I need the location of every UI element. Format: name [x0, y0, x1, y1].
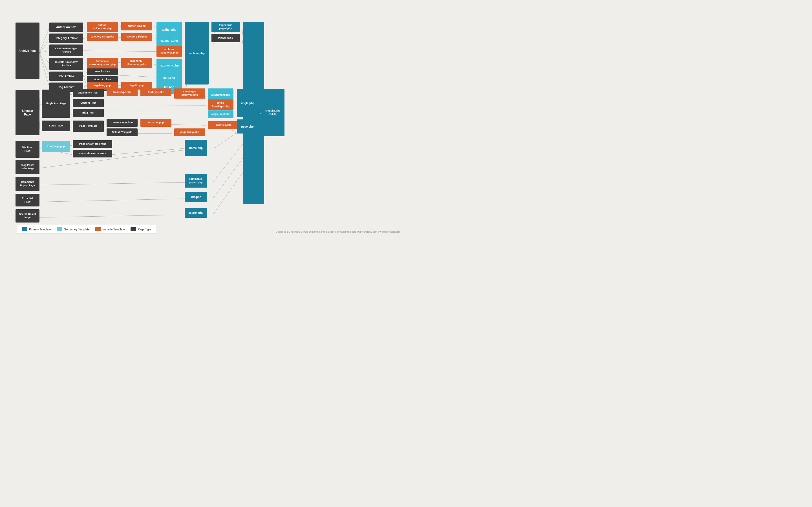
category-id-node: category-$id.php — [121, 33, 152, 41]
svg-line-72 — [40, 215, 190, 217]
svg-line-13 — [83, 51, 161, 52]
single-post-php-node: single-post.php — [208, 110, 234, 118]
year-archive-node: Year Archive — [87, 68, 118, 75]
diagram-container: Archive Page Author Archive Category Arc… — [0, 0, 406, 239]
taxonomy-php-node: taxonomy.php — [156, 59, 182, 72]
attachment-post-node: Attachment Post — [73, 89, 104, 97]
svg-line-71 — [40, 199, 190, 202]
archive-php-node: archive.php — [185, 22, 209, 84]
svg-line-54 — [169, 124, 206, 125]
singular-page-node: SingularPage — [15, 90, 40, 135]
svg-line-69 — [213, 169, 245, 215]
taxonomy-term-node: taxonomy-$taxonomy-$term.php — [87, 58, 118, 68]
default-template-node: Default Template — [107, 128, 138, 136]
comments-popup-php-node: comments-popup.php — [185, 174, 207, 187]
subtype-php-node: $subtype.php — [140, 89, 171, 96]
legend-secondary-label: Secondary Template — [64, 228, 90, 231]
svg-line-4 — [40, 53, 49, 63]
posts-shown-on-front-node: Posts Shown On Front — [73, 150, 112, 158]
svg-line-57 — [231, 129, 237, 133]
author-nicename-node: author-$nicename.php — [87, 22, 118, 32]
svg-line-5 — [40, 53, 49, 75]
comments-popup-page-node: CommentsPopup Page — [15, 177, 40, 191]
archive-page-node: Archive Page — [15, 22, 40, 79]
legend-primary-swatch — [22, 227, 28, 231]
legend: Primary Template Secondary Template Vari… — [17, 225, 156, 234]
legend-variable: Variable Template — [95, 227, 125, 231]
custom-post-type-archive-node: Custom Post Type Archive — [49, 45, 83, 56]
custom-php-node: $custom.php — [140, 119, 171, 127]
home-php-node: home.php — [185, 140, 207, 156]
static-page-node: Static Page — [42, 121, 70, 131]
legend-page-type: Page Type — [131, 227, 151, 231]
page-shown-on-front-node: Page Shown On Front — [73, 140, 112, 148]
svg-line-70 — [40, 182, 190, 185]
error-404-page-node: Error 404Page — [15, 194, 40, 207]
svg-line-67 — [213, 141, 245, 182]
paged-true-node: Paged:truepaged.php — [211, 22, 240, 32]
page-id-php-node: page-$id.php — [208, 121, 239, 129]
svg-line-3 — [40, 51, 49, 53]
archive-posttype-node: archive-$posttype.php — [156, 46, 182, 57]
blog-post-node: Blog Post — [73, 109, 104, 117]
site-front-page-node: Site FrontPage — [15, 141, 40, 158]
author-id-node: author-$id.php — [121, 22, 152, 31]
svg-line-20 — [118, 75, 161, 77]
search-php-node: search.php — [185, 208, 207, 218]
legend-page-type-label: Page Type — [138, 228, 151, 231]
legend-page-type-swatch — [131, 227, 136, 231]
legend-secondary: Secondary Template — [57, 227, 90, 231]
legend-secondary-swatch — [57, 227, 62, 231]
author-archive-node: Author Archive — [49, 22, 83, 32]
category-archive-node: Category Archive — [49, 34, 83, 43]
single-post-page-node: Single Post Page — [42, 90, 70, 118]
mimetype-subtype-php-node: $mimetype$subtype.php — [174, 89, 205, 99]
front-page-php-node: front-page.php — [42, 141, 70, 152]
search-result-page-node: Search ResultPage — [15, 209, 40, 223]
svg-line-45 — [103, 105, 206, 105]
svg-line-68 — [213, 155, 245, 199]
singular-php-node: singular.php(v 4.3+) — [261, 89, 285, 136]
mimetype-php-node: $mimetype.php — [107, 89, 138, 96]
svg-line-65 — [40, 149, 190, 168]
date-archive-node: Date Archive — [49, 71, 83, 81]
error-404-php-node: 404.php — [185, 192, 207, 202]
svg-line-6 — [40, 53, 49, 87]
legend-variable-label: Variable Template — [103, 228, 125, 231]
svg-line-64 — [111, 148, 190, 155]
page-template-node: Page Template — [73, 121, 104, 132]
custom-taxonomy-archive-node: Custom Taxonomy Archive — [49, 58, 83, 70]
category-slug-node: category-$slug.php — [87, 33, 118, 41]
legend-variable-swatch — [95, 227, 101, 231]
taxonomy-taxonomy-node: taxonomy-$taxonomy.php — [121, 58, 152, 68]
custom-post-node: Custom Post — [73, 99, 104, 107]
legend-primary: Primary Template — [22, 227, 51, 231]
legend-primary-label: Primary Template — [29, 228, 51, 231]
blog-posts-index-node: Blog PostsIndex Page — [15, 160, 40, 174]
page-slug-php-node: page-$slug.php — [174, 128, 205, 136]
footer-text: Designed By Michelle Schup of marktimeme… — [276, 230, 400, 233]
page-php-node: page.php — [237, 119, 258, 133]
paged-false-node: Paged: false — [211, 34, 240, 42]
svg-line-1 — [40, 27, 49, 53]
single-posttype-php-node: single-$posttype.php — [208, 100, 234, 110]
single-php-node: single.php — [237, 89, 258, 117]
svg-line-2 — [40, 39, 49, 53]
custom-template-node: Custom Template — [107, 119, 138, 127]
